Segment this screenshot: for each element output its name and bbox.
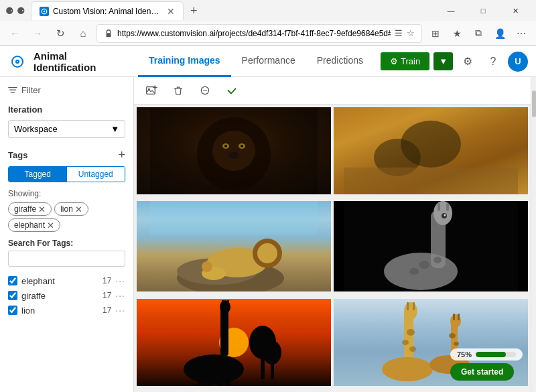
showing-label: Showing: [8, 189, 125, 198]
refresh-button[interactable]: ↻ [51, 24, 70, 43]
collections-button[interactable]: ⧉ [469, 24, 488, 43]
filter-icon [8, 86, 17, 95]
image-cell-giraffes-sky[interactable]: 75% Get started [334, 299, 528, 386]
favorites-button[interactable]: ★ [448, 24, 466, 43]
image-cell-lions-running[interactable] [334, 107, 528, 194]
svg-point-5 [17, 61, 18, 62]
new-tab-button[interactable]: + [186, 3, 202, 19]
tab-close-button[interactable]: ✕ [167, 6, 175, 17]
check-button[interactable] [222, 81, 241, 100]
elephant-more-button[interactable]: ··· [115, 275, 125, 286]
nav-predictions[interactable]: Predictions [306, 46, 374, 77]
filter-toggle[interactable]: Filter [8, 85, 125, 95]
address-bar[interactable]: ☰ ☆ [96, 24, 422, 43]
header-actions: ⚙ Train ▼ ⚙ ? U [381, 51, 528, 72]
svg-point-58 [407, 329, 415, 336]
add-images-button[interactable] [142, 81, 161, 100]
maximize-button[interactable]: □ [468, 1, 498, 20]
tagged-button[interactable]: Tagged [9, 167, 67, 182]
progress-overlay: 75% Get started [450, 348, 523, 381]
progress-bar-track [476, 352, 516, 357]
lion-count: 17 [103, 306, 111, 315]
scrollbar-thumb[interactable] [532, 90, 536, 117]
svg-rect-46 [206, 373, 212, 386]
add-tag-button[interactable]: + [118, 149, 125, 161]
giraffe-bw-svg [334, 201, 528, 291]
nav-training-images[interactable]: Training Images [138, 46, 231, 77]
giraffe-more-button[interactable]: ··· [115, 290, 125, 301]
settings-icon-button[interactable]: ⚙ [457, 51, 478, 72]
svg-point-54 [404, 302, 417, 320]
tab-favicon [40, 7, 49, 16]
image-cell-lion-portrait[interactable] [137, 107, 331, 194]
url-input[interactable] [117, 29, 391, 38]
lion-more-button[interactable]: ··· [115, 305, 125, 316]
get-started-button[interactable]: Get started [450, 363, 514, 381]
iteration-dropdown[interactable]: Workspace ▼ [8, 120, 125, 138]
help-button[interactable]: ? [482, 51, 504, 72]
remove-elephant-tag[interactable]: ✕ [47, 221, 54, 230]
active-tag-chips: giraffe ✕ lion ✕ elephant ✕ [8, 202, 125, 232]
tag-chip-lion-label: lion [60, 204, 73, 214]
svg-rect-27 [150, 201, 318, 235]
browser-tab[interactable]: Custom Vision: Animal Identificati... ✕ [31, 1, 184, 20]
svg-point-38 [444, 214, 446, 216]
giraffe-checkbox[interactable] [8, 291, 17, 300]
elephant-checkbox[interactable] [8, 276, 17, 285]
minimize-button[interactable]: — [436, 1, 466, 20]
train-button[interactable]: ⚙ Train [381, 52, 429, 70]
browser-chrome: ⚈ ⚈ Custom Vision: Animal Identificati..… [0, 0, 536, 46]
svg-point-44 [184, 354, 244, 384]
home-button[interactable]: ⌂ [74, 24, 92, 43]
scrollbar[interactable] [531, 77, 536, 392]
svg-point-24 [257, 243, 277, 263]
train-icon: ⚙ [390, 56, 398, 66]
untagged-button[interactable]: Untagged [67, 167, 125, 182]
svg-point-35 [433, 257, 442, 263]
nav-performance[interactable]: Performance [231, 46, 306, 77]
svg-point-36 [409, 268, 419, 275]
image-cell-lion-rock[interactable] [137, 201, 331, 291]
tags-label: Tags [8, 150, 27, 160]
tab-title: Custom Vision: Animal Identificati... [53, 7, 160, 16]
settings-button[interactable]: ⋯ [512, 24, 531, 43]
account-button[interactable]: 👤 [490, 24, 509, 43]
svg-rect-16 [150, 107, 318, 194]
svg-rect-47 [217, 373, 222, 386]
header-nav: Training Images Performance Predictions [138, 46, 374, 77]
image-cell-sunset-giraffe[interactable] [137, 299, 331, 386]
progress-bar-fill [476, 352, 506, 357]
image-cell-giraffe-bw[interactable] [334, 201, 528, 291]
browser-back-spaces: ⚈ ⚈ [5, 5, 25, 16]
untag-button[interactable] [196, 81, 214, 100]
tag-chip-lion: lion ✕ [54, 202, 88, 216]
train-dropdown-button[interactable]: ▼ [433, 52, 453, 70]
forward-button[interactable]: → [28, 24, 47, 43]
tag-chip-elephant-label: elephant [14, 220, 45, 230]
image-toolbar [134, 77, 531, 105]
iteration-value: Workspace [14, 124, 58, 134]
svg-point-66 [449, 333, 456, 338]
back-button[interactable]: ← [5, 24, 24, 43]
lock-icon [104, 29, 113, 38]
delete-icon [173, 85, 184, 96]
app-title: Animal Identification [34, 50, 131, 73]
svg-point-34 [419, 261, 429, 269]
svg-rect-19 [344, 168, 518, 194]
lion-checkbox[interactable] [8, 306, 17, 315]
extensions-button[interactable]: ⊞ [426, 24, 445, 43]
toolbar-icons: ⊞ ★ ⧉ 👤 ⋯ [426, 24, 531, 43]
svg-point-52 [263, 340, 281, 365]
giraffe-count: 17 [103, 291, 111, 300]
delete-button[interactable] [169, 81, 188, 100]
sunset-giraffe-svg [137, 299, 331, 386]
remove-lion-tag[interactable]: ✕ [75, 205, 82, 214]
search-tags-input[interactable] [8, 251, 125, 267]
lion-portrait-svg [137, 107, 331, 194]
remove-giraffe-tag[interactable]: ✕ [38, 205, 46, 214]
reader-icon: ☰ [395, 28, 403, 38]
avatar[interactable]: U [508, 52, 528, 72]
browser-toolbar: ← → ↻ ⌂ ☰ ☆ ⊞ ★ ⧉ 👤 ⋯ [0, 21, 536, 46]
svg-rect-42 [222, 300, 224, 307]
close-button[interactable]: ✕ [500, 1, 531, 20]
